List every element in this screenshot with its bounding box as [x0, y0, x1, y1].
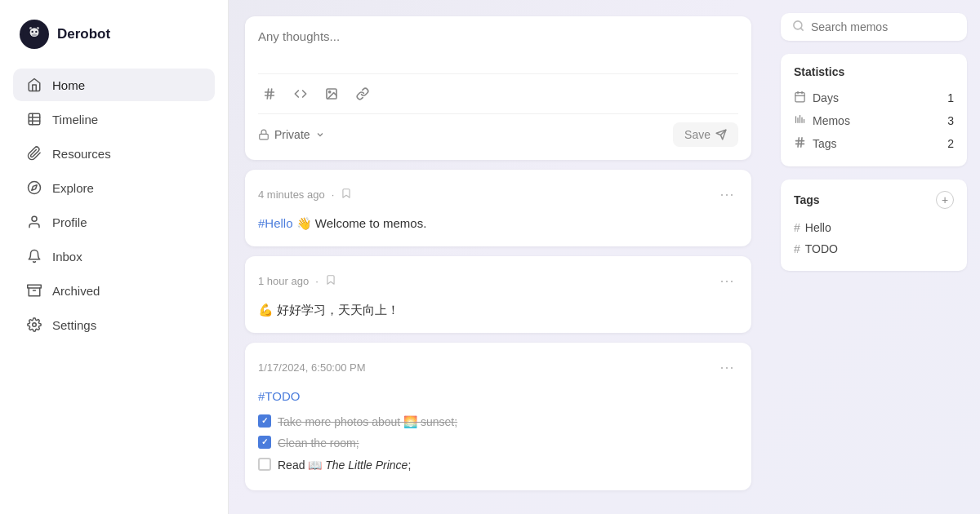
todo-tag: #TODO — [258, 389, 300, 403]
inbox-icon — [26, 248, 42, 264]
svg-line-37 — [798, 138, 799, 147]
memo-more-button[interactable]: ⋯ — [715, 269, 738, 292]
sidebar-logo: Derobot — [13, 16, 215, 62]
timeline-label: Timeline — [52, 113, 98, 126]
sidebar-item-explore[interactable]: Explore — [13, 171, 215, 204]
search-input[interactable] — [811, 20, 956, 33]
todo-checkbox[interactable] — [258, 436, 271, 449]
memo-dot: · — [332, 188, 335, 201]
svg-rect-21 — [260, 134, 269, 139]
memo-meta: 1 hour ago · — [258, 274, 336, 288]
visibility-selector[interactable]: Private — [258, 128, 325, 141]
explore-icon — [26, 179, 42, 196]
timeline-icon — [26, 111, 42, 127]
svg-point-3 — [35, 31, 37, 33]
stat-tags-value: 2 — [947, 137, 954, 150]
todo-text: Take more photos about 🌅 sunset; — [278, 413, 457, 431]
svg-line-25 — [800, 28, 803, 30]
memo-card: 1/17/2024, 6:50:00 PM ⋯ #TODO Take more … — [245, 343, 751, 490]
memo-content: 💪 好好学习，天天向上！ — [258, 300, 738, 320]
home-icon — [26, 77, 42, 93]
tag-name: Hello — [805, 221, 831, 234]
stat-memos-value: 3 — [947, 114, 954, 127]
memo-header: 4 minutes ago · ⋯ — [258, 183, 738, 206]
compose-footer: Private Save — [258, 122, 738, 147]
tags-add-button[interactable]: + — [936, 191, 954, 209]
visibility-label: Private — [274, 128, 310, 141]
stat-row-tags: Tags 2 — [794, 132, 954, 155]
stat-days-value: 1 — [947, 91, 954, 104]
tag-item[interactable]: # Hello — [794, 217, 954, 238]
svg-point-2 — [32, 31, 33, 33]
todo-text: Clean the room; — [278, 434, 359, 452]
archived-label: Archived — [52, 284, 100, 298]
svg-point-11 — [32, 216, 37, 221]
sidebar-item-resources[interactable]: Resources — [13, 137, 215, 170]
logo-name: Derobot — [57, 26, 110, 42]
sidebar-item-inbox[interactable]: Inbox — [13, 240, 215, 273]
resources-icon — [26, 145, 42, 162]
compose-toolbar — [258, 82, 738, 105]
sidebar-item-timeline[interactable]: Timeline — [13, 103, 215, 135]
todo-checkbox[interactable] — [258, 458, 271, 471]
code-tool-button[interactable] — [289, 82, 312, 105]
memo-content: #TODO Take more photos about 🌅 sunset; C… — [258, 387, 738, 474]
save-button[interactable]: Save — [673, 122, 738, 147]
bookmark-icon[interactable] — [341, 188, 352, 202]
todo-checkbox[interactable] — [258, 414, 271, 428]
sidebar-item-home[interactable]: Home — [13, 69, 215, 101]
memo-meta: 4 minutes ago · — [258, 188, 352, 202]
memo-time: 1/17/2024, 6:50:00 PM — [258, 361, 366, 374]
link-tool-button[interactable] — [351, 82, 374, 105]
tag-item[interactable]: # TODO — [794, 238, 954, 259]
memo-header: 1/17/2024, 6:50:00 PM ⋯ — [258, 356, 738, 379]
svg-line-18 — [270, 89, 271, 99]
memo-card: 4 minutes ago · ⋯ #Hello 👋 Welcome to me… — [245, 170, 751, 246]
stat-days-label: Days — [813, 91, 839, 104]
memo-time: 1 hour ago — [258, 275, 309, 287]
tag-hash: # — [794, 242, 800, 255]
todo-item: Clean the room; — [258, 434, 738, 452]
memo-content: #Hello 👋 Welcome to memos. — [258, 214, 738, 233]
compose-textarea[interactable] — [258, 29, 738, 62]
memo-more-button[interactable]: ⋯ — [715, 183, 738, 206]
settings-label: Settings — [52, 318, 96, 332]
calendar-icon — [794, 91, 806, 105]
sidebar-item-settings[interactable]: Settings — [13, 308, 215, 341]
memo-more-button[interactable]: ⋯ — [715, 356, 738, 379]
stat-tags-label: Tags — [813, 137, 837, 150]
memo-text: 👋 Welcome to memos. — [296, 216, 427, 230]
sidebar-item-profile[interactable]: Profile — [13, 206, 215, 238]
sidebar-item-archived[interactable]: Archived — [13, 274, 215, 307]
stat-row-memos: Memos 3 — [794, 109, 954, 132]
sidebar-navigation: Home Timeline Resources — [13, 69, 215, 341]
tag-name: TODO — [805, 242, 838, 255]
memo-tag: #Hello — [258, 216, 293, 230]
sidebar: Derobot Home Timeline — [0, 0, 229, 514]
bookmark-icon[interactable] — [325, 274, 336, 288]
statistics-card: Statistics Days 1 — [781, 54, 967, 166]
search-icon — [792, 20, 804, 34]
todo-item: Take more photos about 🌅 sunset; — [258, 413, 738, 431]
hashtag-tool-button[interactable] — [258, 82, 281, 105]
tag-hash: # — [794, 221, 800, 234]
memo-dot: · — [315, 275, 318, 287]
stat-memos-label: Memos — [813, 114, 850, 127]
search-box — [781, 13, 967, 41]
archived-icon — [26, 282, 42, 299]
profile-label: Profile — [52, 215, 87, 229]
settings-icon — [26, 317, 42, 333]
svg-rect-5 — [29, 113, 40, 125]
memo-time: 4 minutes ago — [258, 188, 325, 201]
right-panel: Statistics Days 1 — [768, 0, 980, 514]
tags-header: Tags + — [794, 191, 954, 209]
svg-point-9 — [29, 182, 41, 194]
main-content: Private Save 4 minutes ago · — [229, 0, 768, 514]
image-tool-button[interactable] — [320, 82, 343, 105]
svg-rect-26 — [795, 93, 804, 102]
stat-label: Tags — [794, 136, 837, 151]
memos-icon — [794, 113, 806, 128]
explore-label: Explore — [52, 181, 94, 195]
stat-row-days: Days 1 — [794, 86, 954, 109]
svg-marker-10 — [32, 185, 37, 190]
